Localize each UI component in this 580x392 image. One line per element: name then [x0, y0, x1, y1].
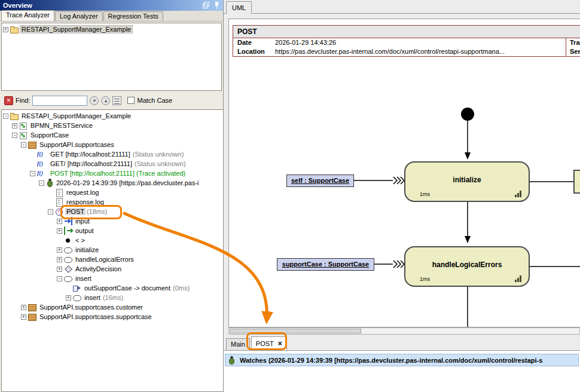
tree-item[interactable]: -SupportCase — [2, 130, 223, 140]
tree-item-label[interactable]: GET/ [http://localhost:21111] — [49, 160, 133, 167]
watches-panel: Watches (2026-01-29 14:39:39 [https://pa… — [224, 350, 580, 392]
close-find-button[interactable]: ✕ — [4, 96, 13, 105]
tree-item[interactable]: request.log — [2, 188, 223, 197]
expand-icon[interactable]: + — [57, 219, 62, 224]
tree-item-label[interactable]: SupportAPI.supportcases.supportcase — [38, 313, 153, 320]
project-root-label[interactable]: RESTAPI_SupportManager_Example — [20, 26, 132, 33]
project-root-row[interactable]: + RESTAPI_SupportManager_Example — [3, 24, 220, 34]
tree-item[interactable]: -RESTAPI_SupportManager_Example — [2, 111, 223, 121]
tree-item-label[interactable]: insert — [83, 294, 102, 301]
tree-item[interactable]: +BPMN_RESTService — [2, 121, 223, 130]
service-icon — [19, 121, 28, 130]
object-node-supportcase[interactable]: supportCase : SupportCase — [277, 258, 374, 271]
collapse-icon[interactable]: - — [48, 209, 53, 215]
expand-icon[interactable]: + — [12, 123, 17, 128]
watches-row[interactable]: Watches (2026-01-29 14:39:39 [https://pa… — [225, 354, 579, 366]
collapse-icon[interactable]: - — [12, 133, 17, 138]
tab-log-analyzer[interactable]: Log Analyzer — [55, 11, 103, 21]
partial-node[interactable] — [573, 170, 580, 194]
collapse-icon[interactable]: - — [30, 171, 35, 176]
activity-node-initialize[interactable]: initialize 1ms — [404, 161, 530, 202]
tree-item[interactable]: +SupportAPI.supportcases.customer — [2, 302, 223, 312]
tree-item[interactable]: +SupportAPI.supportcases.supportcase — [2, 312, 223, 321]
tree-item[interactable]: < > — [2, 235, 223, 245]
tree-item-label[interactable]: GET [http://localhost:21111] — [49, 151, 132, 158]
collapse-icon[interactable]: - — [39, 180, 44, 186]
tree-item-label[interactable]: < > — [74, 237, 86, 244]
activity-node-handlelogicalerrors[interactable]: handleLogicalErrors 1ms — [404, 246, 530, 287]
expand-icon[interactable]: + — [21, 314, 26, 320]
tree-item[interactable]: -insert — [2, 274, 223, 283]
object-node-self[interactable]: self : SupportCase — [286, 174, 354, 187]
tree-item[interactable]: +handleLogicalErrors — [2, 255, 223, 264]
tree-item-label[interactable]: SupportCase — [29, 131, 70, 139]
tree-item[interactable]: f()GET [http://localhost:21111] (Status … — [2, 149, 223, 159]
tree-item[interactable]: -2026-01-29 14:39:39 [https://pas.devclu… — [2, 178, 223, 188]
tree-item-label[interactable]: POST [http://localhost:21111] (Trace act… — [49, 170, 187, 177]
tree-item-label[interactable]: outSupportCase -> document — [83, 284, 172, 292]
expand-icon[interactable]: + — [57, 247, 62, 253]
function-icon: f() — [37, 160, 47, 168]
input-icon — [64, 217, 72, 225]
scrollbar-thumb[interactable] — [230, 329, 361, 333]
tree-item-label[interactable]: POST — [65, 208, 86, 215]
tab-main[interactable]: Main — [226, 338, 250, 350]
tree-item-label[interactable]: handleLogicalErrors — [74, 256, 135, 263]
tree-item-label[interactable]: request.log — [65, 189, 100, 196]
expand-icon[interactable]: + — [57, 267, 62, 272]
collapse-icon[interactable]: - — [57, 276, 62, 281]
close-tab-icon[interactable]: × — [278, 341, 282, 347]
collapse-icon[interactable]: - — [21, 142, 26, 148]
expand-icon[interactable]: + — [3, 27, 8, 32]
initial-node[interactable] — [461, 108, 474, 121]
activity-label: initialize — [405, 176, 529, 184]
collapse-icon[interactable]: - — [3, 114, 8, 119]
tree-item-label[interactable]: RESTAPI_SupportManager_Example — [20, 112, 132, 120]
tree-item-label[interactable]: initialize — [74, 246, 100, 253]
expand-icon[interactable]: + — [57, 228, 62, 234]
tree-item[interactable]: +input — [2, 216, 223, 226]
tree-item[interactable]: outSupportCase -> document (0ms) — [2, 283, 223, 293]
find-input[interactable] — [32, 96, 87, 106]
expand-icon[interactable]: + — [66, 295, 71, 301]
restore-window-icon[interactable] — [203, 2, 209, 8]
find-prev-button[interactable]: ▴ — [101, 96, 110, 105]
tab-post[interactable]: POST × — [251, 336, 287, 350]
find-next-button[interactable]: ▾ — [90, 96, 99, 105]
tree-item[interactable]: f()GET/ [http://localhost:21111] (Status… — [2, 159, 223, 169]
tree-item[interactable]: +initialize — [2, 245, 223, 255]
tree-item-label[interactable]: response.log — [65, 198, 105, 206]
tree-item-label[interactable]: ActivityDecision — [74, 265, 123, 272]
tree-item-label[interactable]: 2026-01-29 14:39:39 [https://pas.devclus… — [55, 179, 200, 186]
bug-icon — [46, 179, 53, 187]
tree-item-label[interactable]: SupportAPI.supportcases — [38, 141, 115, 148]
decision-icon — [64, 265, 72, 273]
diagram-canvas[interactable]: POST Date 2026-01-29 14:43:26 Trace Loca… — [228, 19, 580, 327]
tree-item-label[interactable]: BPMN_RESTService — [29, 122, 94, 129]
tree-item[interactable]: -SupportAPI.supportcases — [2, 140, 223, 149]
tab-post-label[interactable]: POST — [256, 339, 274, 348]
tree-item[interactable]: -f()POST [http://localhost:21111] (Trace… — [2, 169, 223, 178]
expand-icon[interactable]: + — [57, 257, 62, 262]
match-case-checkbox[interactable] — [127, 97, 135, 104]
expand-icon[interactable]: + — [21, 305, 26, 310]
tree-item[interactable]: +ActivityDecision — [2, 264, 223, 274]
horizontal-scrollbar[interactable] — [228, 327, 580, 335]
find-list-button[interactable] — [112, 96, 121, 105]
tree-item-label[interactable]: insert — [74, 275, 93, 282]
tree-item[interactable]: +output — [2, 226, 223, 235]
tree-item[interactable]: response.log — [2, 197, 223, 207]
pin-icon[interactable] — [213, 2, 220, 9]
tree-item-label[interactable]: SupportAPI.supportcases.customer — [38, 304, 144, 311]
action-icon — [64, 274, 72, 283]
tab-regression-tests[interactable]: Regression Tests — [103, 11, 163, 21]
tab-trace-analyzer[interactable]: Trace Analyzer — [1, 10, 54, 21]
tab-uml[interactable]: UML — [226, 1, 252, 14]
tree-item-label[interactable]: output — [74, 227, 95, 234]
action-icon — [73, 293, 81, 302]
action-icon — [64, 255, 72, 264]
tree-item[interactable]: +insert (16ms) — [2, 293, 223, 302]
tree-item[interactable]: -POST (18ms) — [2, 207, 223, 216]
header-row-date: Date 2026-01-29 14:43:26 Trace — [233, 38, 580, 47]
tree-item-label[interactable]: input — [74, 218, 91, 225]
